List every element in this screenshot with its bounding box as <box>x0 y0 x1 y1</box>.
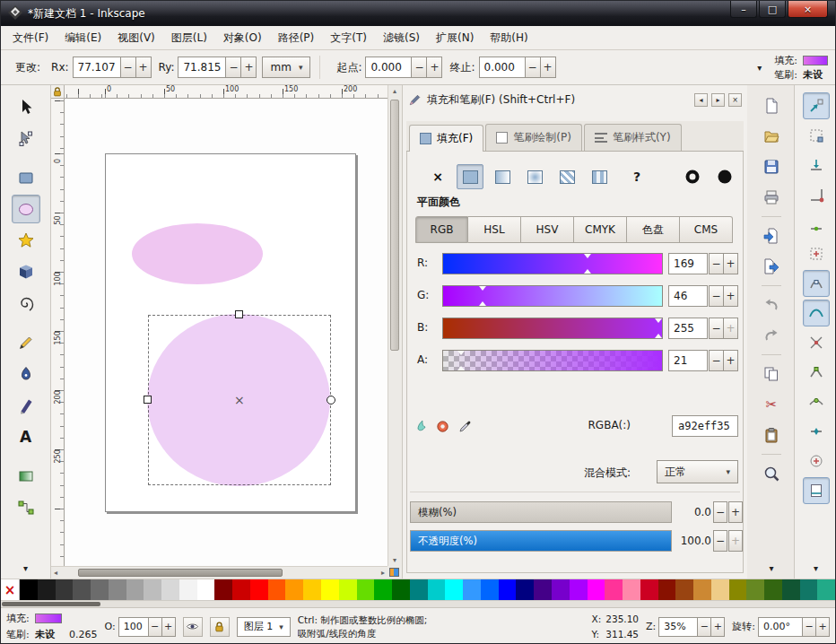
start-increment-button[interactable]: + <box>427 57 442 78</box>
palette-swatch[interactable] <box>197 579 215 600</box>
palette-scrollbar-thumb[interactable] <box>2 602 100 606</box>
dialog-close-button[interactable]: × <box>728 93 742 107</box>
snap-midpoint-button[interactable] <box>803 418 830 445</box>
palette-swatch[interactable] <box>534 579 552 600</box>
connector-tool-button[interactable] <box>12 493 40 522</box>
color-picker-icon[interactable] <box>457 417 475 435</box>
snap-page-border-button[interactable] <box>803 477 830 504</box>
blue-slider[interactable] <box>442 318 663 339</box>
menu-item[interactable]: 扩展(N) <box>428 27 482 49</box>
palette-scrollbar[interactable] <box>1 600 835 607</box>
snap-object-center-button[interactable] <box>803 448 830 474</box>
cms-toggle-icon[interactable] <box>389 568 399 577</box>
horizontal-scrollbar[interactable]: ◂ ▸ <box>51 566 388 579</box>
menu-item[interactable]: 路径(P) <box>270 27 323 49</box>
scroll-up-icon[interactable]: ▴ <box>388 87 401 95</box>
palette-swatch[interactable] <box>56 579 74 600</box>
fill-flat-button[interactable] <box>457 164 483 189</box>
menu-item[interactable]: 帮助(H) <box>482 27 536 49</box>
fillrule-evenodd-button[interactable] <box>679 164 706 189</box>
alpha-slider[interactable] <box>442 350 663 371</box>
opacity-increment-button[interactable]: + <box>162 617 176 637</box>
start-value[interactable]: 0.000 <box>365 57 412 78</box>
toolbox-overflow-button[interactable]: ▾ <box>23 563 28 573</box>
snap-bbox-corner-button[interactable] <box>803 181 830 208</box>
palette-swatch[interactable] <box>232 579 250 600</box>
fill-pattern-button[interactable] <box>553 164 580 189</box>
mode-rgb-tab[interactable]: RGB <box>415 216 468 243</box>
opacity-increment-button[interactable]: + <box>728 530 743 552</box>
green-slider[interactable] <box>442 285 663 307</box>
toolbar-overflow-button[interactable]: ▾ <box>755 63 763 73</box>
palette-swatch[interactable] <box>481 579 499 600</box>
palette-swatch[interactable] <box>764 579 782 600</box>
rx-decrement-button[interactable]: − <box>121 57 136 78</box>
menu-item[interactable]: 滤镜(S) <box>375 27 428 49</box>
palette-swatch[interactable] <box>605 579 623 600</box>
tab-fill[interactable]: 填充(F) <box>409 125 483 152</box>
tab-stroke-style[interactable]: 笔刷样式(Y) <box>584 124 682 151</box>
pencil-tool-button[interactable] <box>12 328 40 357</box>
rotation-decrement-button[interactable]: − <box>803 617 816 637</box>
opacity-slider[interactable]: 不透明度(%) <box>410 530 672 552</box>
zoom-increment-button[interactable]: + <box>711 617 725 637</box>
palette-swatch[interactable] <box>658 579 676 600</box>
end-value[interactable]: 0.000 <box>479 57 526 78</box>
menu-item[interactable]: 文字(T) <box>322 27 375 49</box>
zoom-drawing-button[interactable] <box>758 460 785 487</box>
scroll-down-icon[interactable]: ▾ <box>388 556 401 564</box>
fill-radial-gradient-button[interactable] <box>521 164 548 189</box>
menu-item[interactable]: 文件(F) <box>4 27 57 49</box>
palette-swatch[interactable] <box>499 579 517 600</box>
palette-swatch[interactable] <box>675 579 693 600</box>
palette-swatch[interactable] <box>20 579 38 600</box>
snap-bbox-midpoint-button[interactable] <box>803 211 830 238</box>
red-increment-button[interactable]: + <box>723 253 738 274</box>
fillrule-nonzero-button[interactable] <box>711 164 738 189</box>
ry-increment-button[interactable]: + <box>241 57 257 78</box>
palette-swatch[interactable] <box>91 579 109 600</box>
palette-swatch[interactable] <box>463 579 481 600</box>
palette-swatch[interactable] <box>410 579 428 600</box>
green-increment-button[interactable]: + <box>723 285 738 307</box>
box3d-tool-button[interactable] <box>12 257 40 286</box>
status-fill-swatch[interactable] <box>35 614 62 623</box>
snapping-toggle-button[interactable] <box>803 92 830 119</box>
node-tool-button[interactable] <box>12 124 40 152</box>
menu-item[interactable]: 编辑(E) <box>57 27 109 49</box>
vertical-scrollbar-thumb[interactable] <box>390 100 399 351</box>
fill-unknown-button[interactable]: ? <box>623 164 650 189</box>
opacity-decrement-button[interactable]: − <box>713 530 727 552</box>
snap-cusp-node-button[interactable] <box>803 359 830 386</box>
snap-path-intersection-button[interactable] <box>803 329 830 356</box>
snap-bbox-edge-button[interactable] <box>803 152 830 178</box>
fill-none-button[interactable]: × <box>424 164 451 189</box>
blur-value[interactable]: 0.0 <box>674 501 711 523</box>
scroll-right-icon[interactable]: ▸ <box>381 569 385 577</box>
snap-path-button[interactable] <box>803 300 830 326</box>
mode-hsv-tab[interactable]: HSV <box>521 216 574 243</box>
vertical-scrollbar[interactable]: ▴ ▾ <box>388 85 401 566</box>
titlebar[interactable]: *新建文档 1 - Inkscape – □ × <box>1 1 835 26</box>
rx-value[interactable]: 77.107 <box>73 57 121 78</box>
ellipse-shape[interactable] <box>132 223 263 284</box>
print-button[interactable] <box>758 184 785 211</box>
palette-swatch[interactable] <box>445 579 463 600</box>
layer-lock-button[interactable] <box>210 617 230 637</box>
mode-cms-tab[interactable]: CMS <box>680 216 733 243</box>
fill-swatch-button[interactable] <box>586 164 613 189</box>
ellipse-tool-button[interactable] <box>12 195 40 223</box>
blur-slider[interactable]: 模糊(%) <box>410 501 672 523</box>
fill-stroke-status[interactable]: 填充: 笔刷: 未设 0.265 <box>6 611 98 642</box>
rectangle-tool-button[interactable] <box>12 163 40 192</box>
palette-swatch[interactable] <box>711 579 729 600</box>
red-decrement-button[interactable]: − <box>709 253 724 274</box>
horizontal-scrollbar-thumb[interactable] <box>78 569 283 577</box>
zoom-decrement-button[interactable]: − <box>698 617 711 637</box>
minimize-button[interactable]: – <box>730 1 757 18</box>
blend-mode-dropdown[interactable]: 正常 ▾ <box>657 460 738 483</box>
commands-overflow-button[interactable]: ▾ <box>769 563 773 573</box>
palette-swatch[interactable] <box>250 579 268 600</box>
undo-button[interactable] <box>758 292 785 318</box>
left-handle[interactable] <box>144 396 152 404</box>
